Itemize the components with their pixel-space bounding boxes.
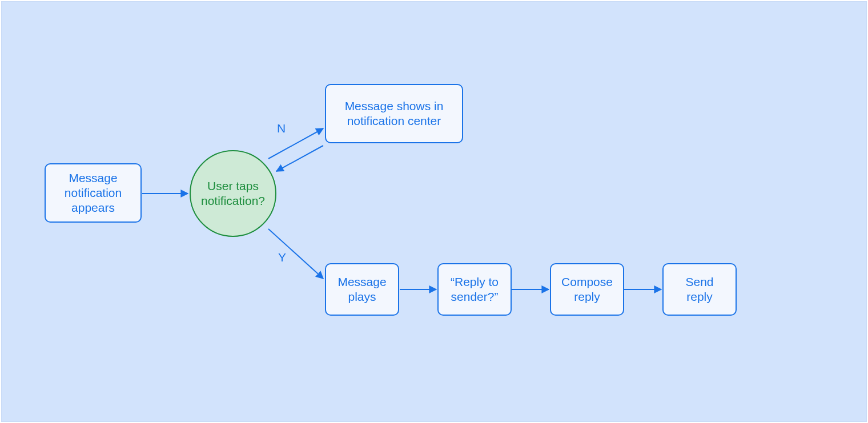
diagram-canvas: Message notification appears User taps n… <box>1 1 867 422</box>
node-decision: User taps notification? <box>190 150 276 237</box>
node-message-plays: Message plays <box>325 263 399 316</box>
node-no-branch: Message shows in notification center <box>325 84 463 143</box>
node-send-reply: Send reply <box>662 263 737 316</box>
node-reply-to-sender: “Reply to sender?” <box>437 263 512 316</box>
svg-line-3 <box>268 229 323 279</box>
edge-label-yes: Y <box>278 251 286 264</box>
edge-label-no: N <box>277 122 286 135</box>
node-compose-reply: Compose reply <box>550 263 624 316</box>
svg-line-2 <box>276 146 323 171</box>
node-start: Message notification appears <box>45 163 142 223</box>
